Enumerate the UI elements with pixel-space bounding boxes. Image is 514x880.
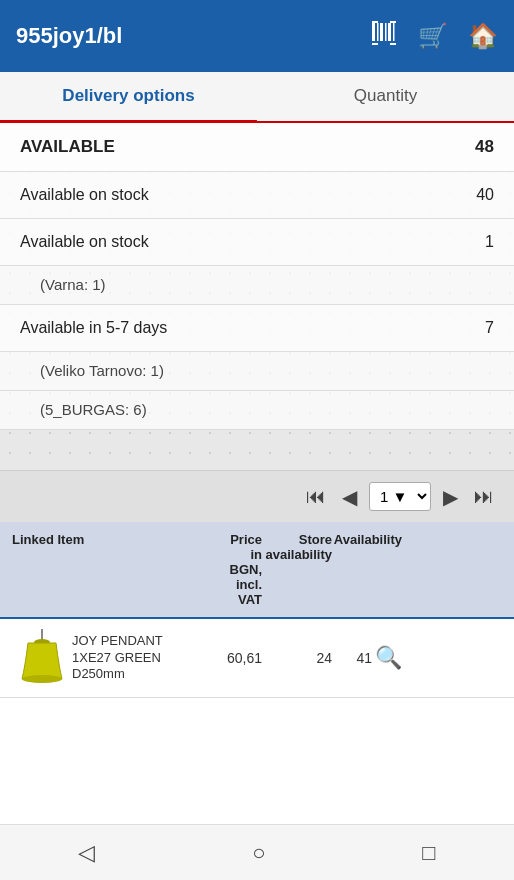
- table-row: JOY PENDANT 1XE27 GREEN D250mm 60,61 24 …: [0, 619, 514, 698]
- tab-delivery[interactable]: Delivery options: [0, 72, 257, 123]
- svg-rect-6: [372, 43, 378, 45]
- stock-value-3: 7: [485, 319, 494, 337]
- stock-sub-row-2: (Varna: 1): [0, 266, 514, 305]
- content-spacer: [0, 430, 514, 470]
- th-store: Storeavailability: [262, 532, 332, 607]
- home-icon[interactable]: 🏠: [468, 22, 498, 50]
- svg-rect-1: [377, 23, 379, 41]
- table-header: Linked Item PriceinBGN,incl.VAT Storeava…: [0, 522, 514, 619]
- stock-row-3: Available in 5-7 days 7: [0, 305, 514, 352]
- product-name: JOY PENDANT 1XE27 GREEN D250mm: [72, 633, 172, 684]
- svg-rect-4: [388, 23, 391, 41]
- product-store: 24: [262, 650, 332, 666]
- pagination-bar: ⏮ ◀ 1 ▼ ▶ ⏭: [0, 470, 514, 522]
- svg-rect-7: [390, 43, 396, 45]
- stock-value-2: 1: [485, 233, 494, 251]
- stock-label-1: Available on stock: [20, 186, 149, 204]
- svg-rect-8: [372, 21, 378, 23]
- burgas-label: (5_BURGAS: 6): [40, 401, 147, 418]
- recent-button[interactable]: □: [422, 840, 435, 866]
- stock-row-2: Available on stock 1: [0, 219, 514, 266]
- svg-rect-2: [380, 23, 383, 41]
- app-header: 955joy1/bl 🛒 🏠: [0, 0, 514, 72]
- varna-label: (Varna: 1): [40, 276, 106, 293]
- content-area: AVAILABLE 48 Available on stock 40 Avail…: [0, 123, 514, 470]
- product-price: 60,61: [172, 650, 262, 666]
- stock-row-1: Available on stock 40: [0, 172, 514, 219]
- stock-sub-row-3a: (Veliko Tarnovo: 1): [0, 352, 514, 391]
- th-linked-item: Linked Item: [12, 532, 172, 607]
- tab-quantity[interactable]: Quantity: [257, 72, 514, 121]
- bottom-nav: ◁ ○ □: [0, 824, 514, 880]
- prev-page-button[interactable]: ◀: [338, 483, 361, 511]
- barcode-icon[interactable]: [370, 19, 398, 53]
- search-icon[interactable]: 🔍: [372, 645, 402, 671]
- svg-rect-9: [390, 21, 396, 23]
- available-value: 48: [475, 137, 494, 157]
- veliko-label: (Veliko Tarnovo: 1): [40, 362, 164, 379]
- home-button[interactable]: ○: [252, 840, 265, 866]
- product-image: [12, 629, 72, 687]
- svg-point-12: [22, 675, 62, 683]
- th-price: PriceinBGN,incl.VAT: [172, 532, 262, 607]
- tabs-bar: Delivery options Quantity: [0, 72, 514, 123]
- available-row: AVAILABLE 48: [0, 123, 514, 172]
- th-availability: Availability: [332, 532, 402, 607]
- stock-label-2: Available on stock: [20, 233, 149, 251]
- back-button[interactable]: ◁: [78, 840, 95, 866]
- next-page-button[interactable]: ▶: [439, 483, 462, 511]
- app-title: 955joy1/bl: [16, 23, 122, 49]
- stock-sub-row-3b: (5_BURGAS: 6): [0, 391, 514, 430]
- available-label: AVAILABLE: [20, 137, 115, 157]
- stock-label-3: Available in 5-7 days: [20, 319, 167, 337]
- last-page-button[interactable]: ⏭: [470, 483, 498, 510]
- cart-icon[interactable]: 🛒: [418, 22, 448, 50]
- product-availability: 41: [332, 650, 372, 666]
- first-page-button[interactable]: ⏮: [302, 483, 330, 510]
- header-icons: 🛒 🏠: [370, 19, 498, 53]
- svg-rect-5: [393, 23, 395, 41]
- svg-rect-3: [385, 23, 387, 41]
- stock-value-1: 40: [476, 186, 494, 204]
- page-selector[interactable]: 1 ▼: [369, 482, 431, 511]
- svg-rect-0: [372, 23, 375, 41]
